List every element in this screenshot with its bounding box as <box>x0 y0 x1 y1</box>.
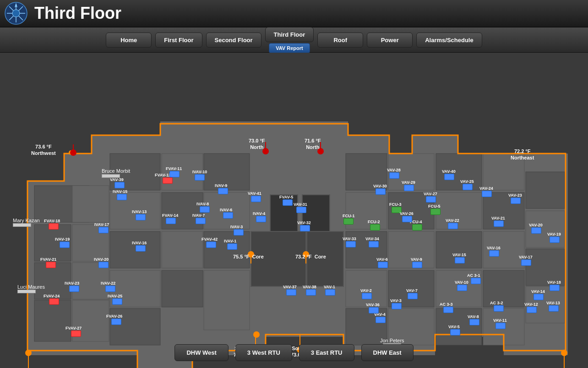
device-vav-22[interactable] <box>448 223 458 229</box>
device-vav-38[interactable] <box>306 289 316 296</box>
device-ivav-20[interactable] <box>98 262 109 268</box>
device-ivav-6[interactable] <box>223 212 233 219</box>
device-vav-32[interactable] <box>300 225 310 231</box>
device-ac-3-1[interactable] <box>471 278 481 284</box>
device-vav-30[interactable] <box>376 188 386 195</box>
device-vav-11[interactable] <box>495 323 506 329</box>
device-vav-4[interactable] <box>376 317 386 323</box>
device-fvav-21[interactable] <box>46 262 56 268</box>
device-fvav-27[interactable] <box>71 330 81 337</box>
nav-roof[interactable]: Roof <box>317 33 363 48</box>
label-vav-14: VAV-14 <box>531 289 545 294</box>
device-vav-25[interactable] <box>463 184 473 190</box>
label-ac-3-1: AC 3-1 <box>467 273 480 278</box>
device-fcu-4[interactable] <box>412 224 422 231</box>
navbar: Home First Floor Second Floor Third Floo… <box>0 27 588 53</box>
btn-dhw-west[interactable]: DHW West <box>174 344 228 361</box>
bottom-button-bar: DHW West 3 West RTU 3 East RTU DHW East <box>0 344 588 361</box>
label-ac-3-3: AC 3-3 <box>440 302 453 307</box>
device-vav-27[interactable] <box>426 196 436 203</box>
device-vav-21[interactable] <box>494 220 504 227</box>
device-vav-17[interactable] <box>521 259 531 266</box>
device-vav-37[interactable] <box>286 289 296 296</box>
label-vav-20: VAV-20 <box>529 223 543 227</box>
nav-first-floor[interactable]: First Floor <box>155 33 202 48</box>
nav-power[interactable]: Power <box>367 33 413 48</box>
device-fvav-24[interactable] <box>49 298 59 305</box>
device-vav-23[interactable] <box>511 198 521 204</box>
device-ivav-22[interactable] <box>105 286 115 292</box>
label-ivav-4: IVAV-4 <box>253 211 265 216</box>
device-vav-36[interactable] <box>369 307 379 313</box>
device-vav-39[interactable] <box>114 182 125 188</box>
device-ivav-7[interactable] <box>196 218 206 224</box>
btn-3-west-rtu[interactable]: 3 West RTU <box>235 344 292 361</box>
device-vav-40[interactable] <box>444 174 454 180</box>
nav-third-floor[interactable]: Third Floor <box>265 27 314 42</box>
device-vav-6[interactable] <box>378 262 388 268</box>
device-vav-16[interactable] <box>489 250 499 257</box>
device-ivav-15[interactable] <box>117 194 127 200</box>
device-vav-14[interactable] <box>534 294 544 300</box>
device-ivav-17[interactable] <box>98 227 109 233</box>
device-vav-1[interactable] <box>325 289 335 296</box>
device-ivav-10[interactable] <box>195 174 205 181</box>
device-ivav-19[interactable] <box>60 242 70 248</box>
device-vav-9[interactable] <box>412 262 422 268</box>
device-ivav-4[interactable] <box>256 216 266 222</box>
device-fvav-12[interactable] <box>163 177 173 184</box>
device-fvav-26[interactable] <box>111 319 121 325</box>
device-fcu-5[interactable] <box>430 209 441 215</box>
nav-second-floor[interactable]: Second Floor <box>206 33 261 48</box>
label-vav-17: VAV-17 <box>519 255 533 259</box>
device-fvav-11[interactable] <box>169 171 180 177</box>
device-vav-34[interactable] <box>369 241 379 247</box>
device-vav-15[interactable] <box>455 257 465 264</box>
device-fvav-5[interactable] <box>283 199 293 206</box>
device-vav-20[interactable] <box>531 227 541 234</box>
device-ac-3-3[interactable] <box>443 307 453 313</box>
device-ivav-25[interactable] <box>112 298 122 305</box>
label-fvav-14: FVAV-14 <box>162 213 178 218</box>
device-ivav-16[interactable] <box>136 245 146 252</box>
device-ivav-13[interactable] <box>136 214 146 220</box>
device-ivav-23[interactable] <box>69 286 79 292</box>
device-vav-8[interactable] <box>469 319 479 325</box>
device-vav-5[interactable] <box>450 329 460 335</box>
device-fcu-2[interactable] <box>370 224 380 231</box>
device-vav-18[interactable] <box>550 285 560 291</box>
device-vav-2[interactable] <box>362 293 372 299</box>
sensor-north1: 73.0 °FNorth <box>249 137 265 151</box>
device-vav-29[interactable] <box>404 185 414 191</box>
nav-home[interactable]: Home <box>106 33 152 48</box>
label-vav-26: VAV-26 <box>400 211 414 216</box>
device-vav-10[interactable] <box>457 285 467 291</box>
device-ivav-8[interactable] <box>200 206 210 213</box>
device-vav-26[interactable] <box>402 216 412 222</box>
device-ivav-1[interactable] <box>227 243 237 250</box>
device-ivav-9[interactable] <box>218 188 228 194</box>
svg-rect-21 <box>162 270 203 307</box>
device-ac-3-2[interactable] <box>494 305 504 312</box>
device-ivav-3[interactable] <box>234 229 244 236</box>
device-vav-24[interactable] <box>482 191 492 197</box>
btn-dhw-east[interactable]: DHW East <box>361 344 414 361</box>
btn-3-east-rtu[interactable]: 3 East RTU <box>299 344 354 361</box>
device-vav-33[interactable] <box>346 241 356 247</box>
device-vav-19[interactable] <box>550 236 560 243</box>
svg-rect-20 <box>162 231 203 268</box>
device-vav-28[interactable] <box>389 172 399 179</box>
device-fvav-14[interactable] <box>166 218 176 224</box>
device-vav-13[interactable] <box>549 305 559 312</box>
device-vav-12[interactable] <box>527 307 537 313</box>
device-fcu-1[interactable] <box>343 218 354 225</box>
nav-alarms[interactable]: Alarms/Schedule <box>416 33 482 48</box>
device-vav-41[interactable] <box>251 196 261 202</box>
device-vav-7[interactable] <box>408 293 418 299</box>
nav-vav-report[interactable]: VAV Report <box>269 43 310 53</box>
svg-rect-46 <box>483 270 524 307</box>
device-vav-3[interactable] <box>392 303 402 309</box>
device-fvav-42[interactable] <box>206 242 216 248</box>
device-vav-31[interactable] <box>296 207 306 213</box>
device-fvav-18[interactable] <box>49 223 59 230</box>
